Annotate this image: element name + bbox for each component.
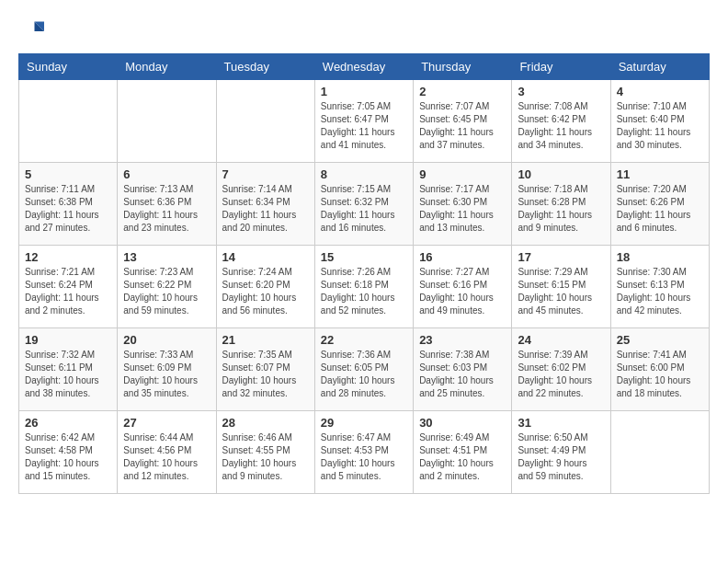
logo-icon bbox=[18, 18, 44, 44]
logo bbox=[18, 18, 48, 44]
calendar-day-cell: 4Sunrise: 7:10 AM Sunset: 6:40 PM Daylig… bbox=[610, 80, 709, 163]
day-info: Sunrise: 7:36 AM Sunset: 6:05 PM Dayligh… bbox=[321, 349, 407, 400]
calendar-day-cell bbox=[118, 80, 216, 163]
calendar-week-row: 1Sunrise: 7:05 AM Sunset: 6:47 PM Daylig… bbox=[19, 80, 710, 163]
calendar-day-cell bbox=[19, 80, 118, 163]
day-number: 17 bbox=[518, 250, 604, 264]
calendar-week-row: 5Sunrise: 7:11 AM Sunset: 6:38 PM Daylig… bbox=[19, 163, 710, 246]
day-info: Sunrise: 6:50 AM Sunset: 4:49 PM Dayligh… bbox=[518, 431, 604, 483]
day-number: 26 bbox=[25, 416, 111, 430]
calendar-day-cell: 20Sunrise: 7:33 AM Sunset: 6:09 PM Dayli… bbox=[118, 328, 216, 411]
day-number: 19 bbox=[25, 333, 111, 347]
day-info: Sunrise: 7:14 AM Sunset: 6:34 PM Dayligh… bbox=[222, 183, 309, 235]
calendar-day-cell: 3Sunrise: 7:08 AM Sunset: 6:42 PM Daylig… bbox=[512, 80, 610, 163]
day-info: Sunrise: 6:42 AM Sunset: 4:58 PM Dayligh… bbox=[25, 431, 111, 483]
day-number: 22 bbox=[321, 333, 407, 347]
weekday-header: Sunday bbox=[19, 54, 118, 80]
calendar-day-cell: 15Sunrise: 7:26 AM Sunset: 6:18 PM Dayli… bbox=[314, 246, 413, 328]
calendar-day-cell: 5Sunrise: 7:11 AM Sunset: 6:38 PM Daylig… bbox=[19, 163, 118, 246]
day-number: 27 bbox=[123, 416, 210, 430]
weekday-header: Thursday bbox=[414, 54, 512, 80]
calendar-day-cell: 25Sunrise: 7:41 AM Sunset: 6:00 PM Dayli… bbox=[610, 328, 709, 411]
calendar-day-cell: 21Sunrise: 7:35 AM Sunset: 6:07 PM Dayli… bbox=[216, 328, 314, 411]
day-info: Sunrise: 7:07 AM Sunset: 6:45 PM Dayligh… bbox=[419, 100, 506, 152]
day-info: Sunrise: 7:33 AM Sunset: 6:09 PM Dayligh… bbox=[123, 349, 210, 400]
calendar-day-cell: 17Sunrise: 7:29 AM Sunset: 6:15 PM Dayli… bbox=[512, 246, 610, 328]
calendar-day-cell: 1Sunrise: 7:05 AM Sunset: 6:47 PM Daylig… bbox=[314, 80, 413, 163]
day-number: 9 bbox=[419, 167, 506, 181]
calendar-day-cell: 8Sunrise: 7:15 AM Sunset: 6:32 PM Daylig… bbox=[314, 163, 413, 246]
day-number: 30 bbox=[419, 416, 506, 430]
day-number: 4 bbox=[617, 85, 703, 98]
calendar-header-row: SundayMondayTuesdayWednesdayThursdayFrid… bbox=[19, 54, 710, 80]
day-info: Sunrise: 7:18 AM Sunset: 6:28 PM Dayligh… bbox=[518, 183, 604, 235]
calendar-day-cell: 31Sunrise: 6:50 AM Sunset: 4:49 PM Dayli… bbox=[512, 411, 610, 494]
day-info: Sunrise: 7:29 AM Sunset: 6:15 PM Dayligh… bbox=[518, 266, 604, 317]
weekday-header: Tuesday bbox=[216, 54, 314, 80]
day-info: Sunrise: 7:08 AM Sunset: 6:42 PM Dayligh… bbox=[518, 100, 604, 152]
calendar-day-cell: 14Sunrise: 7:24 AM Sunset: 6:20 PM Dayli… bbox=[216, 246, 314, 328]
day-info: Sunrise: 7:10 AM Sunset: 6:40 PM Dayligh… bbox=[617, 100, 703, 152]
day-info: Sunrise: 7:20 AM Sunset: 6:26 PM Dayligh… bbox=[617, 183, 703, 235]
day-number: 10 bbox=[518, 167, 604, 181]
day-info: Sunrise: 6:47 AM Sunset: 4:53 PM Dayligh… bbox=[321, 431, 407, 483]
day-number: 12 bbox=[25, 250, 111, 264]
day-number: 7 bbox=[222, 167, 309, 181]
calendar-day-cell: 19Sunrise: 7:32 AM Sunset: 6:11 PM Dayli… bbox=[19, 328, 118, 411]
day-number: 21 bbox=[222, 333, 309, 347]
calendar-day-cell: 7Sunrise: 7:14 AM Sunset: 6:34 PM Daylig… bbox=[216, 163, 314, 246]
day-info: Sunrise: 7:15 AM Sunset: 6:32 PM Dayligh… bbox=[321, 183, 407, 235]
calendar-day-cell: 10Sunrise: 7:18 AM Sunset: 6:28 PM Dayli… bbox=[512, 163, 610, 246]
day-info: Sunrise: 7:13 AM Sunset: 6:36 PM Dayligh… bbox=[123, 183, 210, 235]
calendar-day-cell: 18Sunrise: 7:30 AM Sunset: 6:13 PM Dayli… bbox=[610, 246, 709, 328]
day-info: Sunrise: 7:21 AM Sunset: 6:24 PM Dayligh… bbox=[25, 266, 111, 317]
calendar-day-cell: 24Sunrise: 7:39 AM Sunset: 6:02 PM Dayli… bbox=[512, 328, 610, 411]
calendar-day-cell: 6Sunrise: 7:13 AM Sunset: 6:36 PM Daylig… bbox=[118, 163, 216, 246]
day-number: 13 bbox=[123, 250, 210, 264]
day-info: Sunrise: 7:23 AM Sunset: 6:22 PM Dayligh… bbox=[123, 266, 210, 317]
day-number: 31 bbox=[518, 416, 604, 430]
day-number: 24 bbox=[518, 333, 604, 347]
day-number: 6 bbox=[123, 167, 210, 181]
day-number: 1 bbox=[321, 85, 407, 98]
day-number: 20 bbox=[123, 333, 210, 347]
calendar-day-cell: 22Sunrise: 7:36 AM Sunset: 6:05 PM Dayli… bbox=[314, 328, 413, 411]
calendar-day-cell: 16Sunrise: 7:27 AM Sunset: 6:16 PM Dayli… bbox=[414, 246, 512, 328]
day-info: Sunrise: 7:32 AM Sunset: 6:11 PM Dayligh… bbox=[25, 349, 111, 400]
calendar-day-cell bbox=[216, 80, 314, 163]
day-info: Sunrise: 6:44 AM Sunset: 4:56 PM Dayligh… bbox=[123, 431, 210, 483]
day-number: 3 bbox=[518, 85, 604, 98]
calendar-day-cell: 2Sunrise: 7:07 AM Sunset: 6:45 PM Daylig… bbox=[414, 80, 512, 163]
weekday-header: Friday bbox=[512, 54, 610, 80]
day-number: 23 bbox=[419, 333, 506, 347]
page-header bbox=[18, 18, 710, 44]
day-info: Sunrise: 7:39 AM Sunset: 6:02 PM Dayligh… bbox=[518, 349, 604, 400]
calendar-day-cell bbox=[610, 411, 709, 494]
calendar-week-row: 26Sunrise: 6:42 AM Sunset: 4:58 PM Dayli… bbox=[19, 411, 710, 494]
day-number: 5 bbox=[25, 167, 111, 181]
weekday-header: Saturday bbox=[610, 54, 709, 80]
day-number: 25 bbox=[617, 333, 703, 347]
calendar-day-cell: 29Sunrise: 6:47 AM Sunset: 4:53 PM Dayli… bbox=[314, 411, 413, 494]
day-number: 11 bbox=[617, 167, 703, 181]
day-info: Sunrise: 7:26 AM Sunset: 6:18 PM Dayligh… bbox=[321, 266, 407, 317]
calendar-day-cell: 30Sunrise: 6:49 AM Sunset: 4:51 PM Dayli… bbox=[414, 411, 512, 494]
day-info: Sunrise: 7:05 AM Sunset: 6:47 PM Dayligh… bbox=[321, 100, 407, 152]
day-number: 8 bbox=[321, 167, 407, 181]
day-info: Sunrise: 7:11 AM Sunset: 6:38 PM Dayligh… bbox=[25, 183, 111, 235]
day-info: Sunrise: 7:35 AM Sunset: 6:07 PM Dayligh… bbox=[222, 349, 309, 400]
day-number: 16 bbox=[419, 250, 506, 264]
day-number: 18 bbox=[617, 250, 703, 264]
day-number: 29 bbox=[321, 416, 407, 430]
calendar-day-cell: 12Sunrise: 7:21 AM Sunset: 6:24 PM Dayli… bbox=[19, 246, 118, 328]
day-info: Sunrise: 6:46 AM Sunset: 4:55 PM Dayligh… bbox=[222, 431, 309, 483]
calendar-day-cell: 9Sunrise: 7:17 AM Sunset: 6:30 PM Daylig… bbox=[414, 163, 512, 246]
day-info: Sunrise: 7:41 AM Sunset: 6:00 PM Dayligh… bbox=[617, 349, 703, 400]
day-info: Sunrise: 7:17 AM Sunset: 6:30 PM Dayligh… bbox=[419, 183, 506, 235]
day-number: 15 bbox=[321, 250, 407, 264]
day-info: Sunrise: 7:30 AM Sunset: 6:13 PM Dayligh… bbox=[617, 266, 703, 317]
calendar-day-cell: 28Sunrise: 6:46 AM Sunset: 4:55 PM Dayli… bbox=[216, 411, 314, 494]
weekday-header: Wednesday bbox=[314, 54, 413, 80]
calendar-week-row: 19Sunrise: 7:32 AM Sunset: 6:11 PM Dayli… bbox=[19, 328, 710, 411]
day-info: Sunrise: 7:38 AM Sunset: 6:03 PM Dayligh… bbox=[419, 349, 506, 400]
